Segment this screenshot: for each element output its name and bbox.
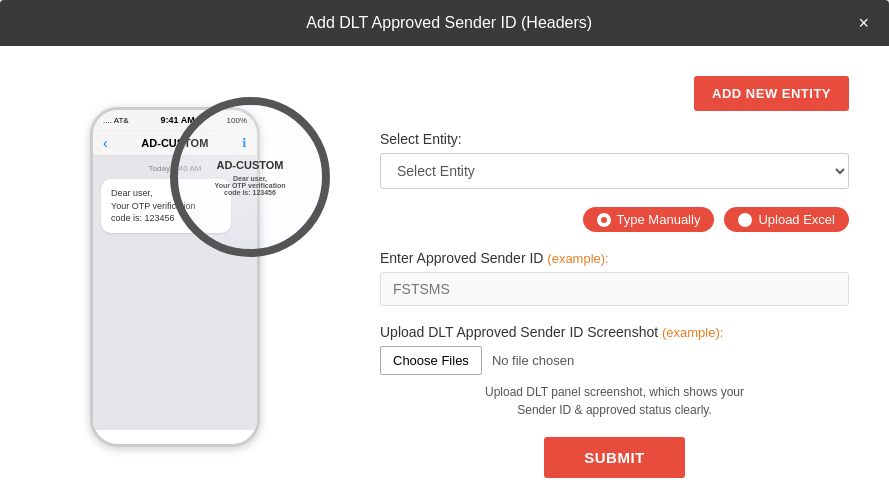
sender-id-input[interactable] bbox=[380, 272, 849, 306]
sender-id-example-link[interactable]: (example): bbox=[547, 251, 608, 266]
phone-back-arrow: ‹ bbox=[103, 135, 108, 151]
phone-illustration: .... AT& 9:41 AM 100% ‹ AD-CUSTOM ℹ Toda… bbox=[60, 87, 320, 467]
magnifier-content: AD-CUSTOM Dear user,Your OTP verificatio… bbox=[215, 159, 286, 196]
choose-files-button[interactable]: Choose Files bbox=[380, 346, 482, 375]
magnifier: AD-CUSTOM Dear user,Your OTP verificatio… bbox=[170, 97, 330, 257]
phone-signal: .... AT& bbox=[103, 116, 129, 125]
add-new-entity-button[interactable]: ADD NEW ENTITY bbox=[694, 76, 849, 111]
upload-example-link[interactable]: (example): bbox=[662, 325, 723, 340]
upload-label: Upload DLT Approved Sender ID Screenshot… bbox=[380, 324, 849, 340]
add-entity-btn-row: ADD NEW ENTITY bbox=[380, 76, 849, 111]
close-button[interactable]: × bbox=[858, 14, 869, 32]
modal-header: Add DLT Approved Sender ID (Headers) × bbox=[0, 0, 889, 46]
left-panel: .... AT& 9:41 AM 100% ‹ AD-CUSTOM ℹ Toda… bbox=[20, 66, 360, 488]
toggle-row: Type Manually Upload Excel bbox=[380, 207, 849, 232]
upload-excel-radio bbox=[738, 213, 752, 227]
sender-id-label: Enter Approved Sender ID (example): bbox=[380, 250, 849, 266]
modal-container: Add DLT Approved Sender ID (Headers) × .… bbox=[0, 0, 889, 502]
select-entity-label: Select Entity: bbox=[380, 131, 849, 147]
type-manually-toggle[interactable]: Type Manually bbox=[583, 207, 715, 232]
sender-id-group: Enter Approved Sender ID (example): bbox=[380, 250, 849, 306]
no-file-label: No file chosen bbox=[492, 353, 574, 368]
select-entity-group: Select Entity: Select Entity bbox=[380, 131, 849, 189]
file-upload-row: Choose Files No file chosen bbox=[380, 346, 849, 375]
upload-hint: Upload DLT panel screenshot, which shows… bbox=[380, 383, 849, 419]
upload-screenshot-group: Upload DLT Approved Sender ID Screenshot… bbox=[380, 324, 849, 419]
upload-excel-label: Upload Excel bbox=[758, 212, 835, 227]
modal-title: Add DLT Approved Sender ID (Headers) bbox=[40, 14, 858, 32]
submit-button[interactable]: SUBMIT bbox=[544, 437, 685, 478]
select-entity-dropdown[interactable]: Select Entity bbox=[380, 153, 849, 189]
right-panel: ADD NEW ENTITY Select Entity: Select Ent… bbox=[360, 66, 869, 488]
submit-row: SUBMIT bbox=[380, 437, 849, 478]
magnifier-handle bbox=[256, 245, 310, 257]
type-manually-radio bbox=[597, 213, 611, 227]
upload-excel-toggle[interactable]: Upload Excel bbox=[724, 207, 849, 232]
modal-body: .... AT& 9:41 AM 100% ‹ AD-CUSTOM ℹ Toda… bbox=[0, 46, 889, 502]
type-manually-label: Type Manually bbox=[617, 212, 701, 227]
